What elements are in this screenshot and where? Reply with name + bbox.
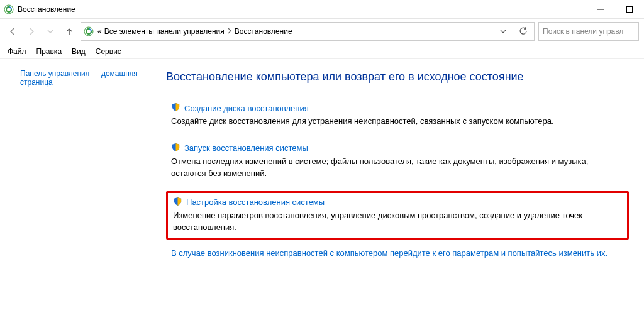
up-button[interactable] — [62, 22, 77, 41]
option-description: Создайте диск восстановления для устране… — [171, 115, 624, 128]
breadcrumb-root[interactable]: « — [97, 27, 102, 36]
address-dropdown-button[interactable] — [495, 27, 511, 36]
recent-locations-button[interactable] — [43, 22, 58, 41]
footer-note: В случае возникновения неисправностей с … — [166, 247, 629, 260]
address-bar[interactable]: « Все элементы панели управления Восстан… — [80, 22, 535, 41]
recovery-app-icon — [84, 26, 94, 36]
menu-tools[interactable]: Сервис — [96, 47, 121, 56]
breadcrumb: « Все элементы панели управления Восстан… — [97, 27, 292, 36]
sidebar-home-link[interactable]: Панель управления — домашняя страница — [20, 69, 138, 87]
shield-icon — [171, 143, 180, 154]
configure-system-restore-link[interactable]: Настройка восстановления системы — [186, 197, 325, 207]
sidebar: Панель управления — домашняя страница — [0, 59, 151, 325]
breadcrumb-item[interactable]: Все элементы панели управления — [104, 27, 225, 36]
window-titlebar: Восстановление — [0, 0, 644, 19]
page-title: Восстановление компьютера или возврат ег… — [166, 70, 629, 84]
content-area: Панель управления — домашняя страница Во… — [0, 59, 644, 325]
shield-icon — [173, 197, 182, 208]
recovery-option-highlighted: Настройка восстановления системы Изменен… — [166, 191, 629, 240]
maximize-button[interactable] — [615, 0, 644, 18]
recovery-option: Создание диска восстановления Создайте д… — [166, 99, 629, 131]
refresh-button[interactable] — [515, 26, 531, 37]
breadcrumb-item[interactable]: Восстановление — [235, 27, 292, 36]
open-system-restore-link[interactable]: Запуск восстановления системы — [184, 143, 308, 153]
window-controls — [586, 0, 644, 18]
explorer-toolbar: « Все элементы панели управления Восстан… — [0, 19, 644, 44]
window-title: Восстановление — [18, 5, 586, 14]
forward-button[interactable] — [24, 22, 39, 41]
pc-settings-link[interactable]: В случае возникновения неисправностей с … — [171, 248, 608, 258]
create-recovery-drive-link[interactable]: Создание диска восстановления — [184, 104, 309, 113]
minimize-button[interactable] — [586, 0, 615, 18]
option-description: Изменение параметров восстановления, упр… — [173, 209, 622, 234]
recovery-app-icon — [4, 4, 14, 14]
menu-file[interactable]: Файл — [8, 47, 26, 56]
search-input[interactable]: Поиск в панели управл — [538, 22, 639, 41]
option-description: Отмена последних изменений в системе; фа… — [171, 155, 624, 180]
menu-view[interactable]: Вид — [72, 47, 86, 56]
menu-edit[interactable]: Правка — [36, 47, 62, 56]
main-content: Восстановление компьютера или возврат ег… — [151, 59, 644, 325]
menu-bar: Файл Правка Вид Сервис — [0, 44, 644, 59]
back-button[interactable] — [5, 22, 20, 41]
recovery-option: Запуск восстановления системы Отмена пос… — [166, 139, 629, 184]
svg-rect-2 — [627, 6, 633, 12]
shield-icon — [171, 102, 180, 114]
chevron-right-icon — [227, 27, 232, 36]
